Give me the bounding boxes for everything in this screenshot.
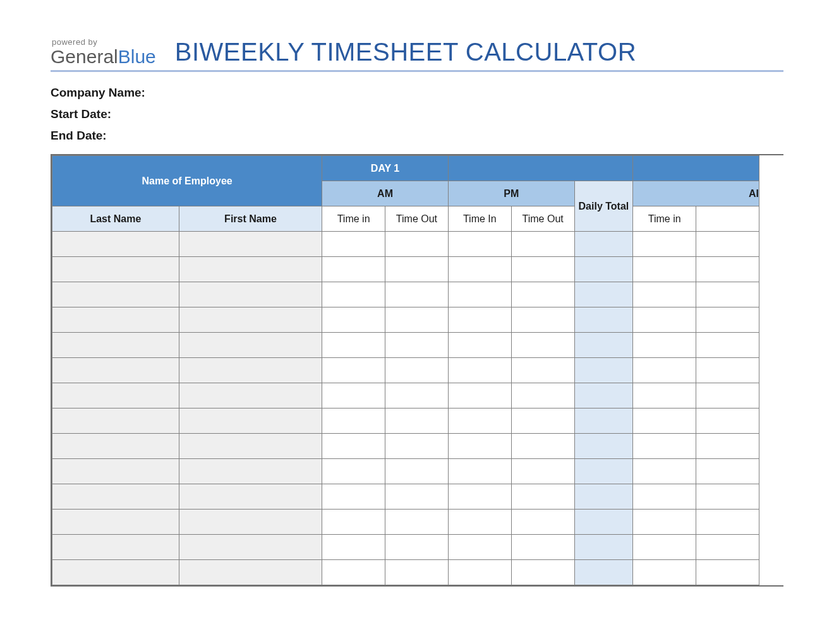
first-name-cell[interactable] — [179, 459, 322, 484]
pm-time-in-cell[interactable] — [448, 459, 511, 484]
last-name-cell[interactable] — [52, 459, 179, 484]
am-time-out-cell[interactable] — [385, 358, 449, 383]
pm-time-out-cell[interactable] — [511, 307, 574, 333]
am2-time-out-cell[interactable] — [696, 307, 759, 333]
am-time-in-cell[interactable] — [322, 510, 385, 535]
am2-time-in-cell[interactable] — [633, 307, 696, 333]
last-name-cell[interactable] — [52, 560, 179, 585]
pm-time-out-cell[interactable] — [511, 408, 574, 434]
first-name-cell[interactable] — [179, 358, 322, 383]
am2-time-out-cell[interactable] — [696, 535, 759, 560]
daily-total-cell[interactable] — [574, 459, 633, 484]
daily-total-cell[interactable] — [574, 535, 633, 560]
pm-time-in-cell[interactable] — [448, 307, 511, 333]
daily-total-cell[interactable] — [574, 510, 633, 535]
last-name-cell[interactable] — [52, 484, 179, 510]
am-time-in-cell[interactable] — [322, 232, 385, 257]
last-name-cell[interactable] — [52, 535, 179, 560]
pm-time-out-cell[interactable] — [511, 383, 574, 408]
am2-time-out-cell[interactable] — [696, 484, 759, 510]
am-time-in-cell[interactable] — [322, 484, 385, 510]
am2-time-out-cell[interactable] — [696, 282, 759, 307]
first-name-cell[interactable] — [179, 333, 322, 358]
pm-time-out-cell[interactable] — [511, 459, 574, 484]
am-time-in-cell[interactable] — [322, 307, 385, 333]
am-time-out-cell[interactable] — [385, 307, 449, 333]
pm-time-in-cell[interactable] — [448, 358, 511, 383]
daily-total-cell[interactable] — [574, 307, 633, 333]
first-name-cell[interactable] — [179, 383, 322, 408]
pm-time-in-cell[interactable] — [448, 383, 511, 408]
am-time-out-cell[interactable] — [385, 383, 449, 408]
pm-time-in-cell[interactable] — [448, 257, 511, 282]
am-time-in-cell[interactable] — [322, 535, 385, 560]
first-name-cell[interactable] — [179, 510, 322, 535]
am-time-out-cell[interactable] — [385, 333, 449, 358]
daily-total-cell[interactable] — [574, 408, 633, 434]
pm-time-out-cell[interactable] — [511, 232, 574, 257]
pm-time-in-cell[interactable] — [448, 408, 511, 434]
am-time-in-cell[interactable] — [322, 408, 385, 434]
am-time-in-cell[interactable] — [322, 560, 385, 585]
pm-time-in-cell[interactable] — [448, 560, 511, 585]
am-time-out-cell[interactable] — [385, 257, 449, 282]
first-name-cell[interactable] — [179, 282, 322, 307]
first-name-cell[interactable] — [179, 257, 322, 282]
pm-time-in-cell[interactable] — [448, 333, 511, 358]
last-name-cell[interactable] — [52, 232, 179, 257]
pm-time-in-cell[interactable] — [448, 484, 511, 510]
pm-time-out-cell[interactable] — [511, 510, 574, 535]
am-time-out-cell[interactable] — [385, 510, 449, 535]
pm-time-in-cell[interactable] — [448, 232, 511, 257]
am-time-out-cell[interactable] — [385, 560, 449, 585]
last-name-cell[interactable] — [52, 408, 179, 434]
daily-total-cell[interactable] — [574, 484, 633, 510]
am2-time-out-cell[interactable] — [696, 333, 759, 358]
am2-time-in-cell[interactable] — [633, 434, 696, 459]
am-time-out-cell[interactable] — [385, 535, 449, 560]
am-time-out-cell[interactable] — [385, 459, 449, 484]
pm-time-in-cell[interactable] — [448, 282, 511, 307]
am2-time-in-cell[interactable] — [633, 484, 696, 510]
am2-time-in-cell[interactable] — [633, 257, 696, 282]
last-name-cell[interactable] — [52, 383, 179, 408]
first-name-cell[interactable] — [179, 484, 322, 510]
pm-time-out-cell[interactable] — [511, 484, 574, 510]
am2-time-out-cell[interactable] — [696, 232, 759, 257]
pm-time-out-cell[interactable] — [511, 535, 574, 560]
am2-time-in-cell[interactable] — [633, 535, 696, 560]
am2-time-out-cell[interactable] — [696, 434, 759, 459]
am2-time-in-cell[interactable] — [633, 560, 696, 585]
am-time-out-cell[interactable] — [385, 434, 449, 459]
am2-time-in-cell[interactable] — [633, 459, 696, 484]
daily-total-cell[interactable] — [574, 232, 633, 257]
last-name-cell[interactable] — [52, 307, 179, 333]
daily-total-cell[interactable] — [574, 383, 633, 408]
am2-time-in-cell[interactable] — [633, 282, 696, 307]
last-name-cell[interactable] — [52, 358, 179, 383]
am2-time-in-cell[interactable] — [633, 358, 696, 383]
pm-time-out-cell[interactable] — [511, 257, 574, 282]
am-time-in-cell[interactable] — [322, 333, 385, 358]
am2-time-in-cell[interactable] — [633, 383, 696, 408]
first-name-cell[interactable] — [179, 560, 322, 585]
pm-time-out-cell[interactable] — [511, 434, 574, 459]
am2-time-out-cell[interactable] — [696, 459, 759, 484]
am-time-in-cell[interactable] — [322, 459, 385, 484]
am2-time-in-cell[interactable] — [633, 333, 696, 358]
am2-time-in-cell[interactable] — [633, 510, 696, 535]
am2-time-out-cell[interactable] — [696, 358, 759, 383]
am2-time-out-cell[interactable] — [696, 383, 759, 408]
am-time-in-cell[interactable] — [322, 383, 385, 408]
first-name-cell[interactable] — [179, 535, 322, 560]
pm-time-in-cell[interactable] — [448, 434, 511, 459]
first-name-cell[interactable] — [179, 408, 322, 434]
first-name-cell[interactable] — [179, 307, 322, 333]
first-name-cell[interactable] — [179, 434, 322, 459]
last-name-cell[interactable] — [52, 510, 179, 535]
am-time-in-cell[interactable] — [322, 358, 385, 383]
daily-total-cell[interactable] — [574, 560, 633, 585]
am2-time-in-cell[interactable] — [633, 408, 696, 434]
daily-total-cell[interactable] — [574, 434, 633, 459]
am-time-out-cell[interactable] — [385, 232, 449, 257]
